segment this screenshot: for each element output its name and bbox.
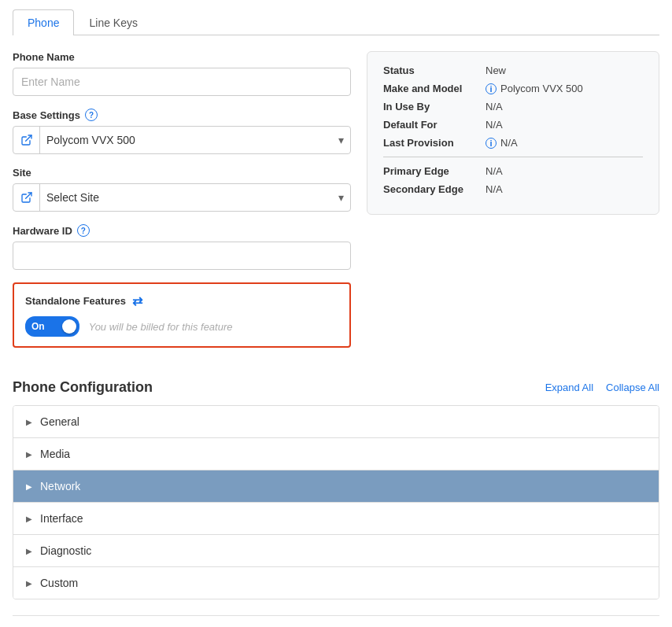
accordion-header-general[interactable]: ▶ General [13,406,659,437]
section-actions: Expand All Collapse All [545,382,659,393]
standalone-link-icon[interactable]: ⇄ [132,293,142,308]
site-select-wrapper: Select Site ▾ [13,183,351,212]
last-provision-row: Last Provision i N/A [383,137,643,149]
primary-edge-value: N/A [486,165,503,177]
accordion-header-media[interactable]: ▶ Media [13,438,659,470]
secondary-edge-value: N/A [486,183,503,195]
section-title: Phone Configuration [13,379,153,396]
accordion-item-general: ▶ General [13,406,659,438]
accordion-item-network: ▶ Network [13,470,659,503]
svg-line-1 [25,193,31,198]
in-use-by-row: In Use By N/A [383,101,643,112]
tab-line-keys[interactable]: Line Keys [74,9,152,35]
chevron-right-icon-diagnostic: ▶ [26,547,32,555]
site-external-link-icon [20,191,33,204]
site-select[interactable]: Select Site [40,191,332,204]
status-panel: Status New Make and Model i Polycom VVX … [367,51,659,215]
site-link-btn[interactable] [13,184,40,211]
base-settings-label: Base Settings ? [13,109,351,121]
site-label: Site [13,167,351,179]
make-model-info-icon: i [486,83,497,94]
phone-configuration-section: Phone Configuration Expand All Collapse … [13,379,659,599]
phone-name-input[interactable] [13,68,351,96]
toggle-circle [62,319,76,334]
base-settings-help-icon[interactable]: ? [85,109,98,121]
base-settings-link-btn[interactable] [13,127,40,153]
billing-notice: You will be billed for this feature [89,321,233,333]
accordion-item-media: ▶ Media [13,438,659,470]
chevron-right-icon-media: ▶ [26,450,32,459]
toggle-on-label: On [25,316,51,337]
default-for-label: Default For [383,119,486,131]
status-label: Status [383,65,486,76]
tab-bar: Phone Line Keys [13,9,659,35]
phone-name-group: Phone Name [13,51,351,96]
default-for-value: N/A [486,119,503,131]
left-panel: Phone Name Base Settings ? [13,51,351,363]
base-settings-chevron-icon: ▾ [332,134,350,146]
tab-phone[interactable]: Phone [13,9,74,35]
chevron-right-icon-network: ▶ [26,482,32,491]
make-model-value: i Polycom VVX 500 [486,83,583,94]
toggle-row: On You will be billed for this feature [25,316,338,337]
standalone-toggle[interactable]: On [25,316,79,337]
status-row: Status New [383,65,643,76]
base-settings-select-wrapper: Polycom VVX 500 ▾ [13,126,351,154]
site-group: Site Select Site ▾ [13,167,351,212]
base-settings-select[interactable]: Polycom VVX 500 [40,134,332,146]
chevron-right-icon-general: ▶ [26,418,32,426]
make-model-row: Make and Model i Polycom VVX 500 [383,83,643,94]
last-provision-value: i N/A [486,137,518,149]
external-link-icon [20,134,33,146]
toggle-switch [51,316,79,337]
secondary-edge-row: Secondary Edge N/A [383,183,643,195]
hardware-id-group: Hardware ID ? [13,224,351,270]
accordion-header-diagnostic[interactable]: ▶ Diagnostic [13,535,659,566]
bottom-bar: Save Phone Cancel [13,615,659,627]
svg-line-0 [25,135,31,141]
chevron-right-icon-interface: ▶ [26,515,32,523]
accordion-header-custom[interactable]: ▶ Custom [13,567,659,599]
primary-edge-row: Primary Edge N/A [383,165,643,177]
last-provision-info-icon: i [486,138,497,149]
accordion: ▶ General ▶ Media ▶ Network ▶ I [13,405,659,599]
standalone-features-title: Standalone Features ⇄ [25,293,338,308]
accordion-item-custom: ▶ Custom [13,567,659,599]
site-chevron-icon: ▾ [332,191,350,204]
base-settings-group: Base Settings ? Polycom VVX 500 ▾ [13,109,351,154]
main-content: Phone Name Base Settings ? [13,51,659,363]
standalone-features-box: Standalone Features ⇄ On You will be bil… [13,282,351,348]
status-value: New [486,65,506,76]
accordion-item-interface: ▶ Interface [13,503,659,535]
page-container: Phone Line Keys Phone Name Base Settings… [0,0,672,627]
chevron-right-icon-custom: ▶ [26,579,32,588]
primary-edge-label: Primary Edge [383,165,486,177]
collapse-all-link[interactable]: Collapse All [606,382,659,393]
expand-all-link[interactable]: Expand All [545,382,593,393]
secondary-edge-label: Secondary Edge [383,183,486,195]
phone-name-label: Phone Name [13,51,351,63]
hardware-id-label: Hardware ID ? [13,224,351,237]
default-for-row: Default For N/A [383,119,643,131]
accordion-item-diagnostic: ▶ Diagnostic [13,535,659,567]
make-model-label: Make and Model [383,83,486,94]
hardware-id-help-icon[interactable]: ? [77,224,90,237]
last-provision-label: Last Provision [383,137,486,149]
accordion-header-interface[interactable]: ▶ Interface [13,503,659,534]
in-use-by-value: N/A [486,101,503,112]
section-header: Phone Configuration Expand All Collapse … [13,379,659,396]
in-use-by-label: In Use By [383,101,486,112]
accordion-header-network[interactable]: ▶ Network [13,470,659,502]
hardware-id-input[interactable] [13,242,351,270]
status-divider [383,157,643,157]
